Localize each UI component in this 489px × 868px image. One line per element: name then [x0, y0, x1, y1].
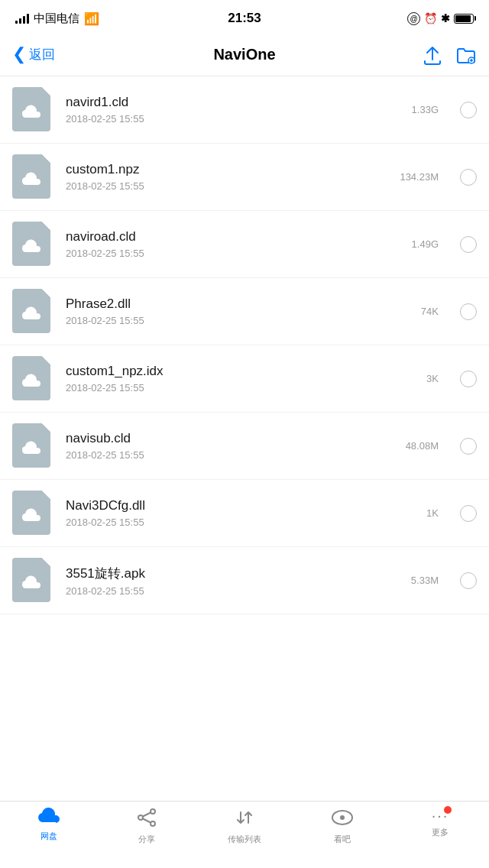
file-icon-wrap [12, 154, 55, 200]
list-item[interactable]: Phrase2.dll 2018-02-25 15:55 74K [0, 278, 489, 345]
nav-bar: ❮ 返回 NaviOne [0, 34, 489, 76]
file-info: Phrase2.dll 2018-02-25 15:55 [66, 296, 421, 326]
tab-bar: 网盘 分享 传输列表 看吧 [0, 801, 489, 868]
tab-share-label: 分享 [138, 834, 155, 845]
page-title: NaviOne [213, 46, 275, 63]
file-date: 2018-02-25 15:55 [66, 248, 412, 259]
file-select-circle[interactable] [460, 505, 477, 522]
file-date: 2018-02-25 15:55 [66, 517, 426, 528]
file-icon [12, 491, 50, 535]
file-icon-wrap [12, 356, 55, 402]
file-icon [12, 154, 50, 199]
file-select-circle[interactable] [460, 169, 477, 186]
share-tab-icon [135, 808, 158, 831]
file-name: navisub.cld [66, 431, 406, 446]
file-select-circle[interactable] [460, 572, 477, 589]
folder-settings-button[interactable] [455, 44, 477, 66]
file-icon-wrap [12, 222, 55, 267]
alarm-icon: ⏰ [424, 12, 437, 24]
list-item[interactable]: custom1.npz 2018-02-25 15:55 134.23M [0, 144, 489, 211]
carrier-label: 中国电信 [34, 11, 79, 26]
back-chevron-icon: ❮ [12, 46, 26, 63]
cloud-tab-icon [37, 808, 60, 828]
file-info: custom1.npz 2018-02-25 15:55 [66, 162, 400, 192]
file-select-circle[interactable] [460, 102, 477, 118]
file-icon-wrap [12, 87, 55, 133]
tab-watch[interactable]: 看吧 [293, 808, 391, 845]
file-size: 1.33G [412, 104, 439, 115]
file-date: 2018-02-25 15:55 [66, 315, 421, 326]
tab-transfer[interactable]: 传输列表 [196, 808, 293, 845]
list-item[interactable]: 3551旋转.apk 2018-02-25 15:55 5.33M [0, 547, 489, 614]
file-select-circle[interactable] [460, 371, 477, 387]
wifi-icon: 📶 [84, 11, 99, 26]
list-item[interactable]: custom1_npz.idx 2018-02-25 15:55 3K [0, 345, 489, 413]
tab-cloud[interactable]: 网盘 [0, 808, 98, 842]
file-date: 2018-02-25 15:55 [66, 113, 412, 125]
file-date: 2018-02-25 15:55 [66, 382, 426, 394]
list-item[interactable]: navird1.cld 2018-02-25 15:55 1.33G [0, 76, 489, 144]
file-size: 74K [421, 306, 439, 317]
file-select-circle[interactable] [460, 438, 477, 455]
back-button[interactable]: ❮ 返回 [12, 46, 55, 63]
file-date: 2018-02-25 15:55 [66, 180, 400, 192]
tab-more[interactable]: ··· 更多 [391, 808, 489, 838]
file-icon [12, 222, 50, 266]
file-icon-wrap [12, 423, 55, 469]
file-size: 134.23M [400, 171, 439, 183]
file-icon-wrap [12, 558, 55, 604]
file-size: 1.49G [412, 238, 439, 250]
svg-point-1 [151, 809, 155, 814]
file-list: navird1.cld 2018-02-25 15:55 1.33G custo… [0, 76, 489, 682]
file-name: Phrase2.dll [66, 296, 421, 312]
file-icon-wrap [12, 491, 55, 536]
file-info: navisub.cld 2018-02-25 15:55 [66, 431, 406, 461]
tab-watch-label: 看吧 [334, 834, 351, 845]
file-icon-wrap [12, 289, 55, 335]
file-name: Navi3DCfg.dll [66, 498, 426, 513]
file-icon [12, 289, 50, 333]
file-info: navird1.cld 2018-02-25 15:55 [66, 95, 412, 125]
more-icon-wrap: ··· [432, 808, 449, 824]
svg-point-7 [340, 815, 345, 820]
file-name: 3551旋转.apk [66, 565, 411, 582]
file-size: 1K [426, 507, 439, 519]
list-item[interactable]: naviroad.cld 2018-02-25 15:55 1.49G [0, 211, 489, 278]
file-date: 2018-02-25 15:55 [66, 585, 411, 597]
upload-button[interactable] [422, 44, 443, 66]
file-name: custom1_npz.idx [66, 364, 426, 379]
file-size: 48.08M [406, 440, 439, 452]
file-name: naviroad.cld [66, 229, 412, 245]
tab-share[interactable]: 分享 [98, 808, 196, 845]
tab-transfer-label: 传输列表 [228, 834, 261, 845]
file-info: Navi3DCfg.dll 2018-02-25 15:55 [66, 498, 426, 528]
file-info: 3551旋转.apk 2018-02-25 15:55 [66, 565, 411, 597]
watch-tab-icon [331, 808, 354, 831]
tab-cloud-label: 网盘 [40, 831, 57, 842]
file-info: custom1_npz.idx 2018-02-25 15:55 [66, 364, 426, 394]
tab-more-label: 更多 [432, 827, 449, 838]
bluetooth-icon: ✱ [441, 12, 450, 24]
signal-icon [15, 13, 29, 24]
file-icon [12, 558, 50, 602]
file-select-circle[interactable] [460, 236, 477, 253]
file-date: 2018-02-25 15:55 [66, 449, 406, 461]
file-icon [12, 87, 50, 131]
file-icon [12, 356, 50, 400]
status-bar: 中国电信 📶 21:53 @ ⏰ ✱ [0, 0, 489, 34]
status-left: 中国电信 📶 [15, 11, 99, 26]
file-size: 3K [426, 373, 439, 384]
status-time: 21:53 [228, 11, 261, 26]
file-name: custom1.npz [66, 162, 400, 177]
battery-icon [454, 14, 474, 24]
back-label: 返回 [29, 46, 55, 63]
file-size: 5.33M [411, 575, 439, 586]
file-select-circle[interactable] [460, 303, 477, 320]
file-info: naviroad.cld 2018-02-25 15:55 [66, 229, 412, 259]
file-icon [12, 423, 50, 468]
transfer-tab-icon [233, 808, 256, 831]
list-item[interactable]: navisub.cld 2018-02-25 15:55 48.08M [0, 413, 489, 480]
list-item[interactable]: Navi3DCfg.dll 2018-02-25 15:55 1K [0, 480, 489, 547]
svg-point-2 [138, 815, 143, 820]
svg-point-3 [151, 821, 155, 826]
